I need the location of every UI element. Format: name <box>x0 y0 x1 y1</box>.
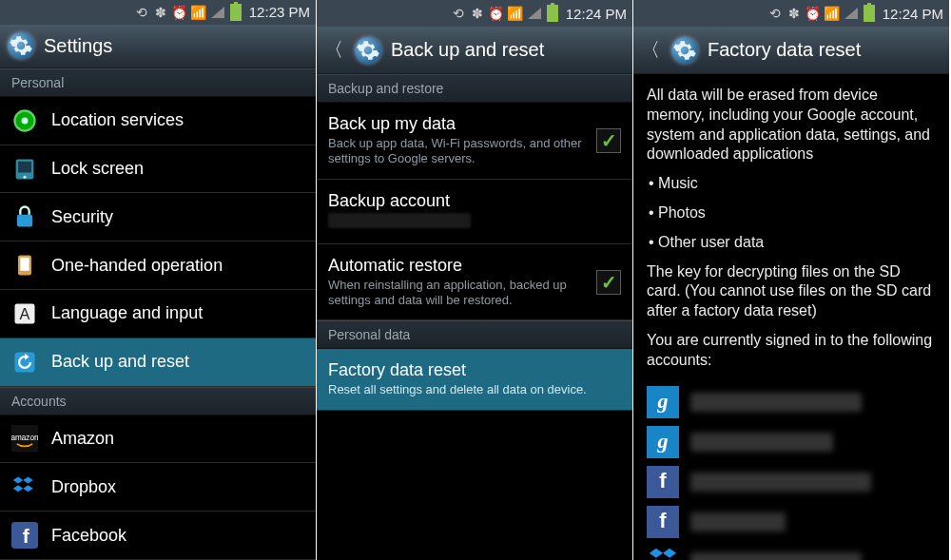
account-redacted <box>690 552 862 560</box>
item-label: Automatic restore <box>328 256 583 276</box>
account-dropbox <box>647 546 936 560</box>
alarm-icon: ⏰ <box>173 6 186 19</box>
svg-text:A: A <box>20 305 30 322</box>
item-location-services[interactable]: Location services <box>0 97 316 145</box>
battery-icon <box>864 5 875 22</box>
status-time: 12:23 PM <box>249 4 310 20</box>
status-bar: ⟲ ✽ ⏰ 📶 12:23 PM <box>0 0 316 25</box>
factory-reset-body: All data will be erased from device memo… <box>633 74 949 560</box>
page-title: Factory data reset <box>708 39 861 61</box>
battery-icon <box>547 5 558 22</box>
item-sub: Back up app data, Wi-Fi passwords, and o… <box>328 136 583 167</box>
item-sub: When reinstalling an application, backed… <box>328 278 583 309</box>
facebook-icon: f <box>647 506 679 538</box>
wifi-icon: 📶 <box>825 7 839 20</box>
bullet-music: • Music <box>649 174 936 194</box>
status-time: 12:24 PM <box>883 6 943 22</box>
svg-rect-3 <box>18 161 31 172</box>
bluetooth-icon: ✽ <box>787 7 801 20</box>
svg-point-1 <box>22 117 29 124</box>
account-facebook-2: f <box>647 506 936 538</box>
section-personal-data: Personal data <box>317 320 632 349</box>
account-redacted <box>690 473 871 492</box>
language-icon: A <box>11 300 38 327</box>
item-lock-screen[interactable]: Lock screen <box>0 145 316 194</box>
account-redacted <box>690 393 862 412</box>
status-time: 12:24 PM <box>566 6 627 22</box>
account-google-1: g <box>647 386 936 418</box>
settings-gear-icon <box>671 37 698 64</box>
item-security[interactable]: Security <box>0 193 316 241</box>
item-label: Lock screen <box>51 159 304 179</box>
item-facebook[interactable]: f Facebook <box>0 512 316 560</box>
bluetooth-icon: ✽ <box>154 6 167 19</box>
amazon-icon: amazon <box>11 425 38 452</box>
item-sub: Reset all settings and delete all data o… <box>328 382 621 397</box>
facebook-icon: f <box>11 522 38 549</box>
account-redacted <box>690 433 833 452</box>
item-automatic-restore[interactable]: Automatic restore When reinstalling an a… <box>317 244 632 321</box>
wifi-icon: 📶 <box>509 7 522 20</box>
facebook-icon: f <box>647 466 679 498</box>
item-label: Dropbox <box>51 477 304 497</box>
item-label: Back up my data <box>328 114 583 134</box>
item-label: Language and input <box>51 303 304 323</box>
google-icon: g <box>647 386 679 418</box>
account-list: g g f f <box>647 386 936 560</box>
settings-gear-icon <box>8 32 34 59</box>
bullet-photos: • Photos <box>649 203 936 223</box>
account-facebook-1: f <box>647 466 936 498</box>
dropbox-icon <box>11 473 38 500</box>
item-label: Factory data reset <box>328 360 621 380</box>
backup-header: 〈 Back up and reset <box>317 27 632 74</box>
alarm-icon: ⏰ <box>490 7 503 20</box>
item-amazon[interactable]: amazon Amazon <box>0 415 316 464</box>
signed-in-text: You are currently signed in to the follo… <box>647 331 936 371</box>
item-backup-reset[interactable]: Back up and reset <box>0 338 316 387</box>
signal-icon <box>211 7 224 18</box>
alarm-icon: ⏰ <box>806 7 820 20</box>
battery-icon <box>230 4 242 21</box>
item-label: Location services <box>51 110 304 130</box>
checkbox-backup-my-data[interactable] <box>596 128 621 153</box>
backup-icon <box>11 349 38 376</box>
status-bar: ⟲ ✽ ⏰ 📶 12:24 PM <box>317 0 632 27</box>
item-label: Backup account <box>328 191 621 211</box>
sd-note: The key for decrypting files on the SD c… <box>647 262 936 321</box>
checkbox-automatic-restore[interactable] <box>596 270 621 295</box>
item-dropbox[interactable]: Dropbox <box>0 463 316 512</box>
lockscreen-icon <box>11 156 38 183</box>
bluetooth-icon: ✽ <box>471 7 484 20</box>
settings-header: Settings <box>0 25 316 68</box>
item-label: Amazon <box>51 429 304 449</box>
signal-icon <box>844 8 858 19</box>
account-google-2: g <box>647 426 936 458</box>
location-icon <box>11 107 38 134</box>
google-icon: g <box>647 426 679 458</box>
onehanded-icon <box>11 252 38 279</box>
item-backup-my-data[interactable]: Back up my data Back up app data, Wi-Fi … <box>317 103 632 180</box>
page-title: Back up and reset <box>391 39 544 61</box>
page-title: Settings <box>44 35 112 57</box>
item-label: Facebook <box>51 526 304 546</box>
section-header-personal: Personal <box>0 68 316 97</box>
item-factory-reset[interactable]: Factory data reset Reset all settings an… <box>317 349 632 410</box>
item-language-input[interactable]: A Language and input <box>0 290 316 338</box>
sync-icon: ⟲ <box>135 6 148 19</box>
section-backup-restore: Backup and restore <box>317 74 632 103</box>
item-label: Security <box>51 207 304 227</box>
backup-reset-screen: ⟲ ✽ ⏰ 📶 12:24 PM 〈 Back up and reset Bac… <box>317 0 633 560</box>
back-icon[interactable]: 〈 <box>641 37 662 63</box>
security-icon <box>11 203 38 230</box>
svg-text:amazon: amazon <box>11 434 38 443</box>
svg-rect-7 <box>20 258 29 271</box>
svg-rect-5 <box>17 215 32 227</box>
item-one-handed[interactable]: One-handed operation <box>0 241 316 290</box>
section-header-accounts: Accounts <box>0 387 316 415</box>
back-icon[interactable]: 〈 <box>324 37 345 63</box>
signal-icon <box>528 8 541 19</box>
item-backup-account[interactable]: Backup account <box>317 180 632 244</box>
sync-icon: ⟲ <box>452 7 465 20</box>
item-label: One-handed operation <box>51 256 304 276</box>
dropbox-icon <box>647 546 679 560</box>
